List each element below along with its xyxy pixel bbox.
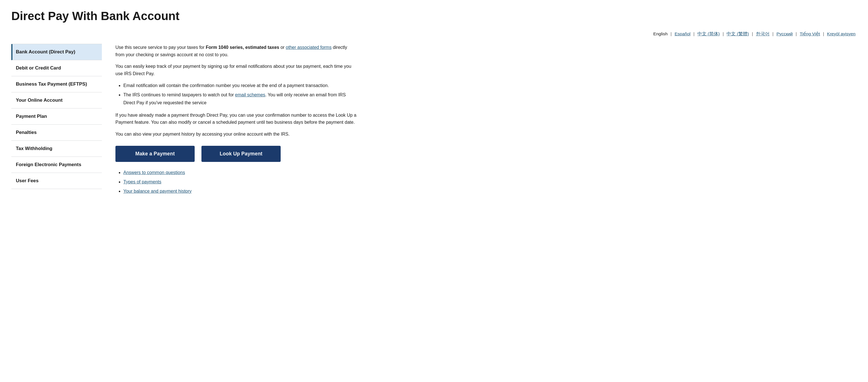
sidebar: Bank Account (Direct Pay) Debit or Credi… [11, 44, 102, 189]
sidebar-item-online-account[interactable]: Your Online Account [11, 93, 102, 108]
separator: | [823, 31, 824, 36]
balance-payment-history-link[interactable]: Your balance and payment history [123, 189, 191, 194]
history-paragraph: You can also view your payment history b… [116, 131, 356, 138]
sidebar-item-eftps[interactable]: Business Tax Payment (EFTPS) [11, 76, 102, 93]
main-layout: Bank Account (Direct Pay) Debit or Credi… [11, 44, 857, 200]
page-title: Direct Pay With Bank Account [11, 9, 857, 23]
look-up-payment-button[interactable]: Look Up Payment [202, 146, 281, 162]
sidebar-item-tax-withholding[interactable]: Tax Withholding [11, 141, 102, 157]
separator: | [752, 31, 753, 36]
sidebar-item-payment-plan[interactable]: Payment Plan [11, 108, 102, 125]
separator: | [671, 31, 672, 36]
main-content: Use this secure service to pay your taxe… [102, 44, 356, 200]
bullet-list: Email notification will contain the conf… [123, 82, 356, 106]
sidebar-item-debit-credit[interactable]: Debit or Credit Card [11, 60, 102, 76]
lang-haitian-creole[interactable]: Kreyòl ayisyen [827, 31, 856, 36]
intro-bold: Form 1040 series, estimated taxes [206, 45, 279, 50]
lookup-paragraph: If you have already made a payment throu… [116, 112, 356, 126]
separator: | [772, 31, 774, 36]
bottom-link-item-2: Types of payments [123, 178, 356, 186]
separator: | [693, 31, 694, 36]
bottom-links-list: Answers to common questions Types of pay… [123, 169, 356, 195]
sidebar-item-foreign-electronic[interactable]: Foreign Electronic Payments [11, 157, 102, 173]
answers-common-questions-link[interactable]: Answers to common questions [123, 170, 185, 175]
bottom-link-item-3: Your balance and payment history [123, 187, 356, 195]
language-bar: English | Español | 中文 (简体) | 中文 (繁體) | … [11, 31, 857, 37]
separator: | [796, 31, 797, 36]
lang-espanol[interactable]: Español [675, 31, 690, 36]
current-language: English [653, 31, 668, 36]
types-of-payments-link[interactable]: Types of payments [123, 179, 161, 184]
bullet-item-1: Email notification will contain the conf… [123, 82, 356, 89]
button-row: Make a Payment Look Up Payment [116, 146, 356, 162]
track-paragraph: You can easily keep track of your paymen… [116, 63, 356, 77]
lang-russian[interactable]: Русский [776, 31, 793, 36]
email-schemes-link[interactable]: email schemes [235, 93, 266, 97]
separator: | [722, 31, 724, 36]
lang-chinese-simplified[interactable]: 中文 (简体) [698, 31, 720, 36]
lang-korean[interactable]: 한국어 [756, 31, 770, 36]
bottom-link-item-1: Answers to common questions [123, 169, 356, 176]
bullet-item-2: The IRS continues to remind taxpayers to… [123, 91, 356, 106]
make-payment-button[interactable]: Make a Payment [116, 146, 195, 162]
other-associated-forms-link[interactable]: other associated forms [286, 45, 332, 50]
sidebar-item-penalties[interactable]: Penalties [11, 125, 102, 141]
sidebar-item-bank-account[interactable]: Bank Account (Direct Pay) [11, 44, 102, 60]
sidebar-item-user-fees[interactable]: User Fees [11, 173, 102, 189]
intro-paragraph: Use this secure service to pay your taxe… [116, 44, 356, 58]
lang-vietnamese[interactable]: Tiếng Việt [800, 31, 820, 36]
lang-chinese-traditional[interactable]: 中文 (繁體) [726, 31, 749, 36]
